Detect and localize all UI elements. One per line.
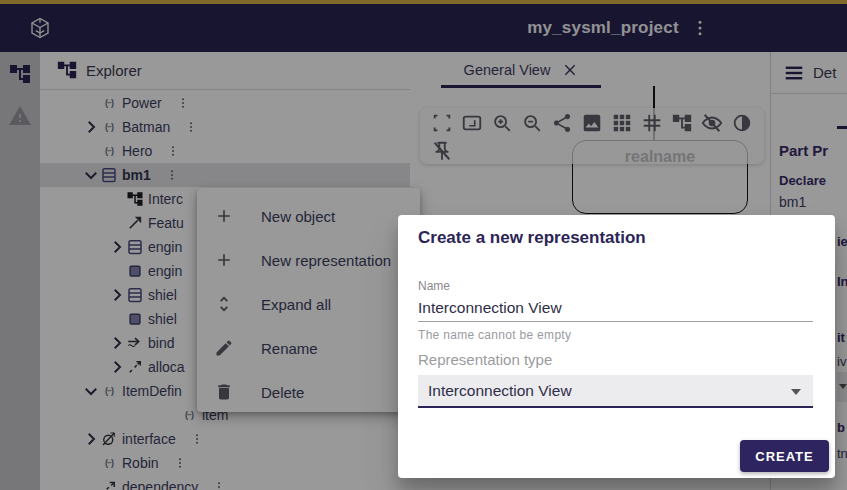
select-dropdown-arrow-icon	[791, 389, 801, 395]
name-input[interactable]	[418, 295, 813, 322]
dialog-title: Create a new representation	[418, 228, 646, 248]
name-field-label: Name	[418, 279, 450, 293]
representation-type-select[interactable]: Interconnection View	[418, 375, 813, 408]
name-helper-text: The name cannot be empty	[418, 328, 571, 342]
app-screen: my_sysml_project Explorer (··)Power(··)B…	[0, 0, 847, 490]
representation-type-label: Representation type	[418, 351, 552, 368]
representation-type-value: Interconnection View	[428, 382, 572, 400]
create-representation-dialog: Create a new representation Name The nam…	[398, 215, 835, 478]
create-button[interactable]: CREATE	[740, 440, 829, 472]
